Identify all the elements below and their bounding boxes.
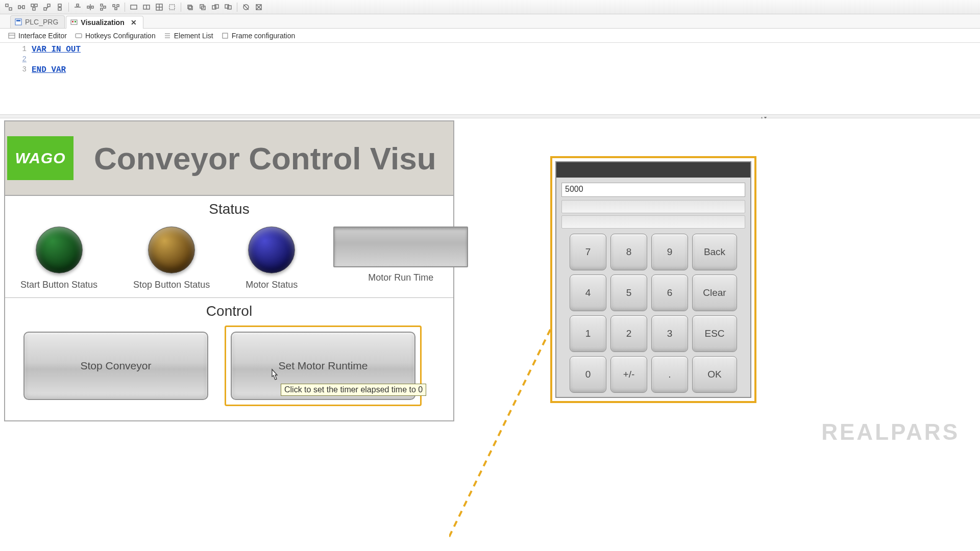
svg-rect-21	[104, 6, 106, 8]
svg-rect-19	[101, 4, 103, 6]
bar-motor-runtime	[333, 227, 468, 267]
key-6[interactable]: 6	[651, 274, 688, 311]
key-5[interactable]: 5	[610, 274, 647, 311]
numpad-sunk-2	[561, 215, 745, 229]
svg-rect-9	[47, 4, 50, 7]
svg-rect-20	[101, 8, 103, 10]
control-row: Stop Conveyor Set Motor Runtime Click to…	[5, 321, 453, 412]
subtab-hotkeys-label: Hotkeys Configuration	[85, 32, 156, 40]
svg-rect-8	[44, 8, 46, 10]
set-runtime-label: Set Motor Runtime	[278, 360, 368, 372]
toolbar-grid-4[interactable]	[166, 2, 178, 13]
svg-rect-56	[223, 33, 228, 38]
key-0[interactable]: 0	[570, 356, 606, 393]
status-row: Start Button Status Stop Button Status M…	[5, 219, 453, 298]
key-clear[interactable]: Clear	[692, 274, 737, 311]
key-9[interactable]: 9	[651, 234, 688, 270]
code-line-1: VAR_IN_OUT	[32, 45, 81, 54]
toolbar-btn-4[interactable]	[41, 2, 53, 13]
numpad-sunk-1	[561, 200, 745, 213]
svg-rect-11	[58, 4, 61, 7]
toolbar-misc-2[interactable]	[253, 2, 264, 13]
toolbar-order-3[interactable]	[210, 2, 221, 13]
toolbar-grid-3[interactable]	[154, 2, 165, 13]
svg-rect-45	[15, 19, 21, 25]
svg-rect-12	[58, 8, 61, 10]
control-heading: Control	[5, 298, 453, 321]
toolbar-order-2[interactable]	[197, 2, 208, 13]
close-icon[interactable]: ✕	[131, 18, 137, 27]
key-ok[interactable]: OK	[692, 356, 737, 393]
svg-rect-46	[16, 20, 20, 21]
numpad-display[interactable]: 5000	[561, 183, 745, 197]
callout-line	[449, 322, 561, 551]
toolbar-grid-2[interactable]	[141, 2, 152, 13]
toolbar-btn-2[interactable]	[16, 2, 27, 13]
tab-visualization[interactable]: Visualization ✕	[66, 16, 143, 29]
key-plusminus[interactable]: +/-	[610, 356, 647, 393]
svg-rect-33	[189, 6, 192, 10]
tab-plc-prg[interactable]: PLC_PRG	[10, 15, 65, 28]
interface-editor-icon	[8, 32, 15, 39]
svg-rect-18	[91, 6, 93, 8]
lamp-start-label: Start Button Status	[20, 280, 97, 290]
subtab-interface-label: Interface Editor	[18, 32, 67, 40]
toolbar-btn-3[interactable]	[29, 2, 40, 13]
svg-rect-15	[77, 4, 79, 6]
subtab-hotkeys[interactable]: Hotkeys Configuration	[75, 32, 156, 40]
toolbar-misc-1[interactable]	[240, 2, 252, 13]
key-8[interactable]: 8	[610, 234, 647, 270]
tooltip: Click to set the timer elapsed time to 0	[281, 384, 426, 396]
toolbar-btn-1[interactable]	[3, 2, 14, 13]
stop-conveyor-label: Stop Conveyor	[81, 360, 152, 372]
key-3[interactable]: 3	[651, 315, 688, 352]
toolbar-align-3[interactable]	[97, 2, 109, 13]
line-number-3: 3	[0, 65, 32, 73]
numpad-titlebar[interactable]	[556, 162, 750, 178]
toolbar-order-1[interactable]	[184, 2, 195, 13]
visu-panel: WAGO Conveyor Control Visu Status Start …	[4, 120, 454, 421]
toolbar-order-4[interactable]	[223, 2, 234, 13]
visu-title: Conveyor Control Visu	[74, 140, 453, 177]
key-1[interactable]: 1	[570, 315, 606, 352]
line-number-1: 1	[0, 45, 32, 53]
svg-rect-7	[33, 8, 35, 10]
horizontal-splitter[interactable]: ▴▾	[0, 114, 980, 118]
svg-rect-0	[6, 4, 8, 7]
key-back[interactable]: Back	[692, 234, 737, 270]
toolbar-align-2[interactable]	[85, 2, 96, 13]
hotkeys-icon	[75, 32, 82, 39]
svg-rect-49	[75, 21, 76, 22]
tab-plc-label: PLC_PRG	[25, 18, 58, 26]
subtab-frame-label: Frame configuration	[232, 32, 296, 40]
toolbar-grid-1[interactable]	[128, 2, 139, 13]
key-4[interactable]: 4	[570, 274, 606, 311]
status-heading: Status	[5, 196, 453, 219]
key-esc[interactable]: ESC	[692, 315, 737, 352]
cursor-pointer-icon	[267, 368, 281, 384]
wago-logo: WAGO	[7, 136, 74, 180]
numpad-grid: 7 8 9 Back 4 5 6 Clear 1 2 3 ESC 0 +/- .…	[560, 234, 746, 393]
lamp-start	[36, 227, 83, 273]
toolbar-btn-5[interactable]	[54, 2, 65, 13]
subtab-interface-editor[interactable]: Interface Editor	[8, 32, 67, 40]
subtab-elements-label: Element List	[174, 32, 213, 40]
main-toolbar	[0, 0, 980, 14]
toolbar-align-1[interactable]	[72, 2, 83, 13]
document-tabs: PLC_PRG Visualization ✕	[0, 14, 980, 29]
key-7[interactable]: 7	[570, 234, 606, 270]
bar-runtime-col: Motor Run Time	[333, 227, 468, 283]
frame-config-icon	[222, 32, 229, 39]
key-2[interactable]: 2	[610, 315, 647, 352]
toolbar-align-4[interactable]	[110, 2, 121, 13]
svg-rect-39	[225, 5, 229, 8]
set-motor-runtime-button[interactable]: Set Motor Runtime Click to set the timer…	[231, 332, 415, 400]
realpars-watermark: REALPARS	[821, 419, 960, 445]
subtab-element-list[interactable]: Element List	[164, 32, 213, 40]
subtab-frame-config[interactable]: Frame configuration	[222, 32, 296, 40]
interface-code-editor[interactable]: 1 VAR_IN_OUT 2 3 END_VAR	[0, 43, 980, 114]
stop-conveyor-button[interactable]: Stop Conveyor	[23, 332, 208, 400]
numpad-frame: 5000 7 8 9 Back 4 5 6 Clear 1 2 3 ESC 0 …	[550, 156, 756, 403]
svg-rect-52	[76, 34, 82, 38]
key-dot[interactable]: .	[651, 356, 688, 393]
